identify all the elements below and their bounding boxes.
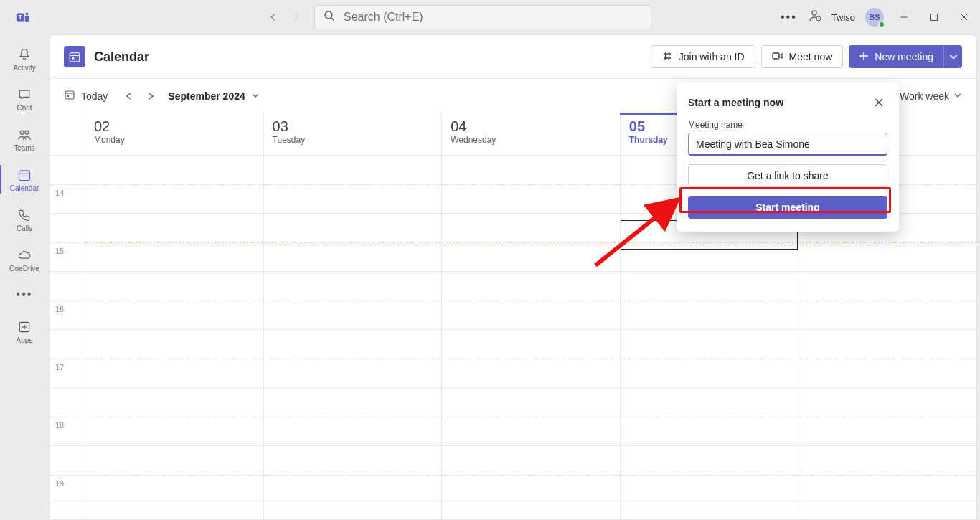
- svg-rect-29: [67, 95, 69, 97]
- next-week-button[interactable]: [142, 88, 159, 105]
- svg-rect-9: [931, 14, 938, 21]
- current-time-indicator: [85, 245, 976, 245]
- svg-rect-27: [65, 91, 74, 99]
- minimize-button[interactable]: [894, 7, 914, 27]
- rail-apps[interactable]: Apps: [0, 311, 49, 351]
- page-header: Calendar Join with an ID Meet now New me…: [50, 35, 976, 78]
- join-with-id-button[interactable]: Join with an ID: [651, 45, 755, 68]
- time-label: 17: [55, 363, 64, 372]
- presence-indicator: [878, 21, 885, 28]
- hash-icon: [661, 50, 673, 64]
- rail-label: Calls: [17, 224, 32, 232]
- apps-icon: [17, 319, 32, 335]
- day-header: 03Tuesday: [264, 113, 442, 156]
- chat-icon: [17, 87, 32, 103]
- prev-week-button[interactable]: [121, 88, 138, 105]
- time-label: 16: [55, 305, 64, 313]
- close-button[interactable]: [954, 7, 974, 27]
- rail-calendar[interactable]: Calendar: [0, 159, 49, 199]
- bell-icon: [17, 47, 32, 62]
- day-header: 02Monday: [85, 113, 263, 156]
- popup-close-button[interactable]: [870, 94, 887, 111]
- more-options-button[interactable]: •••: [781, 11, 797, 24]
- rail-teams[interactable]: Teams: [0, 119, 49, 159]
- user-avatar[interactable]: BS: [865, 8, 884, 27]
- teams-icon: [17, 127, 32, 143]
- people-icon[interactable]: +: [807, 9, 821, 26]
- app-rail: Activity Chat Teams Calendar Calls OneDr…: [0, 34, 49, 520]
- plus-icon: [859, 51, 869, 63]
- rail-label: Activity: [13, 64, 36, 72]
- video-icon: [772, 50, 783, 64]
- time-gutter: 14 15 16 17 18 19: [50, 113, 85, 519]
- time-label: 15: [55, 247, 64, 255]
- time-label: 14: [55, 189, 64, 197]
- svg-point-2: [25, 12, 28, 15]
- search-input[interactable]: Search (Ctrl+E): [314, 5, 651, 29]
- svg-text:+: +: [817, 16, 819, 21]
- svg-rect-14: [19, 171, 30, 180]
- new-meeting-button[interactable]: New meeting: [849, 45, 962, 68]
- calendar-icon: [17, 167, 32, 183]
- maximize-button[interactable]: [924, 7, 944, 27]
- rail-label: Chat: [17, 104, 32, 112]
- meeting-name-input[interactable]: [688, 133, 887, 156]
- svg-point-3: [325, 11, 332, 19]
- teams-logo: T: [6, 9, 40, 25]
- history-back-button[interactable]: [263, 6, 284, 28]
- svg-point-13: [25, 131, 29, 134]
- svg-text:T: T: [19, 14, 22, 21]
- day-header: 04Wednesday: [442, 113, 620, 156]
- svg-rect-23: [72, 57, 74, 60]
- page-title: Calendar: [94, 49, 149, 65]
- rail-chat[interactable]: Chat: [0, 79, 49, 119]
- day-column-tuesday[interactable]: 03Tuesday: [264, 113, 443, 519]
- phone-icon: [17, 207, 32, 223]
- new-meeting-dropdown[interactable]: [943, 45, 962, 68]
- day-column-wednesday[interactable]: 04Wednesday: [442, 113, 621, 519]
- history-forward-button[interactable]: [286, 6, 307, 28]
- meet-now-button[interactable]: Meet now: [761, 45, 844, 68]
- meeting-name-label: Meeting name: [688, 120, 887, 130]
- svg-point-5: [812, 11, 816, 15]
- svg-rect-21: [70, 53, 80, 62]
- time-label: 19: [55, 479, 64, 488]
- search-icon: [324, 10, 335, 24]
- title-bar: T Search (Ctrl+E) ••• + Twiso BS: [0, 0, 980, 34]
- chevron-down-icon: [953, 90, 962, 102]
- today-button[interactable]: Today: [64, 89, 108, 103]
- calendar-app-icon: [64, 46, 85, 67]
- get-link-button[interactable]: Get a link to share: [688, 164, 887, 187]
- start-meeting-button[interactable]: Start meeting: [688, 196, 887, 219]
- day-column-monday[interactable]: 02Monday: [85, 113, 264, 519]
- chevron-down-icon: [251, 90, 260, 102]
- meet-now-popup: Start a meeting now Meeting name Get a l…: [677, 82, 899, 232]
- rail-calls[interactable]: Calls: [0, 199, 49, 240]
- search-placeholder: Search (Ctrl+E): [344, 11, 423, 24]
- rail-onedrive[interactable]: OneDrive: [0, 240, 49, 280]
- svg-line-4: [331, 18, 334, 20]
- rail-activity[interactable]: Activity: [0, 39, 49, 79]
- rail-label: Apps: [17, 336, 33, 344]
- user-name-label: Twiso: [831, 12, 855, 23]
- rail-label: Calendar: [10, 184, 39, 192]
- rail-more[interactable]: •••: [0, 280, 49, 308]
- rail-label: Teams: [14, 144, 34, 152]
- popup-title: Start a meeting now: [688, 97, 783, 108]
- today-icon: [64, 89, 75, 103]
- rail-label: OneDrive: [9, 265, 39, 273]
- svg-rect-24: [773, 53, 779, 59]
- month-picker[interactable]: September 2024: [168, 90, 259, 102]
- svg-point-12: [20, 131, 24, 134]
- time-label: 18: [55, 421, 64, 430]
- cloud-icon: [17, 247, 32, 263]
